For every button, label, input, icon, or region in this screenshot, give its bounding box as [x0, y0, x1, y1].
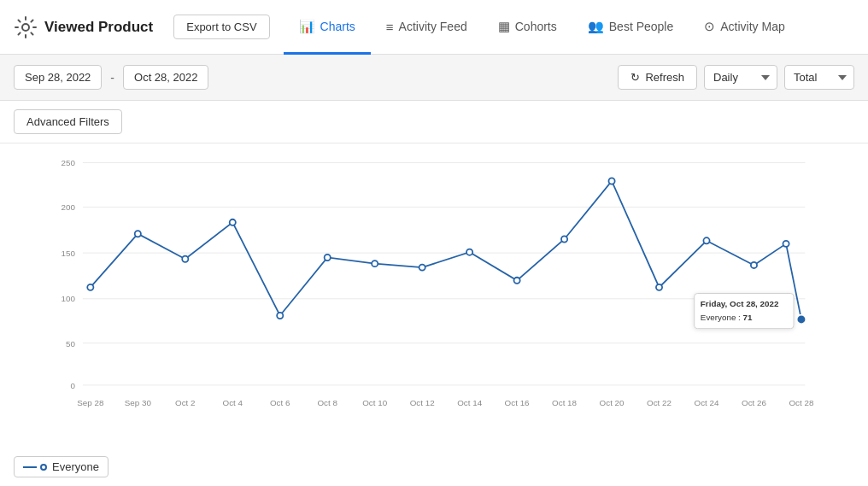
svg-text:50: 50	[66, 339, 75, 348]
svg-text:Oct 8: Oct 8	[317, 398, 337, 407]
data-point	[703, 237, 709, 243]
date-separator: -	[108, 71, 116, 85]
svg-text:150: 150	[62, 249, 76, 258]
data-point	[277, 313, 283, 319]
aggregate-dropdown[interactable]: Total Unique	[784, 65, 854, 90]
gear-icon	[14, 15, 38, 39]
tab-charts[interactable]: 📊 Charts	[284, 1, 371, 55]
page-title: Viewed Product	[44, 19, 153, 36]
refresh-button[interactable]: ↻ Refresh	[618, 65, 697, 90]
legend-label: Everyone	[52, 460, 99, 473]
filters-area: Advanced Filters	[0, 101, 868, 143]
svg-text:250: 250	[62, 158, 76, 167]
data-point	[135, 231, 141, 237]
svg-text:Oct 10: Oct 10	[362, 398, 387, 407]
nav-tabs: 📊 Charts ≡ Activity Feed ▦ Cohorts 👥 Bes…	[284, 0, 801, 54]
svg-text:Oct 28: Oct 28	[789, 398, 813, 407]
svg-text:Oct 4: Oct 4	[223, 398, 243, 407]
svg-text:Oct 26: Oct 26	[742, 398, 766, 407]
svg-text:Oct 16: Oct 16	[505, 398, 530, 407]
tab-activity-map[interactable]: ⊙ Activity Map	[689, 1, 800, 55]
legend-line	[23, 466, 37, 468]
date-toolbar: Sep 28, 2022 - Oct 28, 2022 ↻ Refresh Da…	[0, 55, 868, 101]
activity-feed-icon: ≡	[386, 20, 394, 34]
legend-dot	[40, 464, 47, 471]
data-point	[561, 236, 567, 242]
end-date-button[interactable]: Oct 28, 2022	[123, 65, 208, 90]
svg-text:Oct 14: Oct 14	[457, 398, 482, 407]
data-point	[514, 278, 520, 284]
data-point	[230, 220, 236, 225]
svg-text:Oct 2: Oct 2	[175, 398, 196, 407]
legend-everyone[interactable]: Everyone	[14, 456, 108, 477]
cohorts-icon: ▦	[498, 19, 510, 34]
start-date-button[interactable]: Sep 28, 2022	[14, 65, 102, 90]
svg-text:Oct 18: Oct 18	[552, 398, 577, 407]
data-point	[419, 265, 425, 271]
svg-text:Sep 28: Sep 28	[77, 398, 104, 407]
activity-map-icon: ⊙	[704, 19, 715, 34]
svg-text:Oct 22: Oct 22	[647, 398, 672, 407]
active-data-point	[797, 315, 806, 325]
tab-cohorts[interactable]: ▦ Cohorts	[483, 1, 572, 55]
data-point	[608, 178, 614, 184]
tab-activity-feed[interactable]: ≡ Activity Feed	[371, 1, 483, 55]
svg-text:Sep 30: Sep 30	[125, 398, 152, 407]
line-chart: 250 200 150 100 50 0	[7, 152, 854, 442]
svg-text:Oct 24: Oct 24	[695, 398, 719, 407]
data-point	[87, 284, 93, 290]
data-point	[325, 255, 331, 261]
tooltip-value: Everyone : 71	[701, 313, 753, 322]
data-point	[656, 284, 662, 290]
top-navigation: Viewed Product Export to CSV 📊 Charts ≡ …	[0, 0, 868, 55]
advanced-filters-button[interactable]: Advanced Filters	[14, 109, 122, 134]
best-people-icon: 👥	[588, 19, 604, 34]
tab-best-people[interactable]: 👥 Best People	[572, 1, 689, 55]
refresh-icon: ↻	[630, 71, 640, 84]
svg-text:0: 0	[70, 381, 75, 390]
svg-text:100: 100	[62, 294, 76, 303]
data-point	[466, 249, 472, 255]
svg-text:200: 200	[62, 202, 76, 212]
export-csv-button[interactable]: Export to CSV	[173, 15, 269, 39]
period-dropdown[interactable]: Daily Weekly Monthly	[704, 65, 777, 90]
brand-area: Viewed Product	[14, 15, 153, 39]
svg-text:Oct 20: Oct 20	[600, 398, 625, 407]
svg-text:Oct 12: Oct 12	[410, 398, 435, 407]
data-point	[182, 256, 188, 262]
data-point	[783, 241, 789, 247]
data-point	[751, 262, 757, 268]
charts-icon: 📊	[299, 19, 315, 34]
svg-point-0	[22, 24, 29, 31]
chart-legend: Everyone	[0, 451, 868, 486]
chart-area: 250 200 150 100 50 0	[0, 143, 868, 451]
tooltip-date: Friday, Oct 28, 2022	[701, 299, 779, 308]
svg-text:Oct 6: Oct 6	[270, 398, 290, 407]
data-point	[372, 261, 378, 266]
